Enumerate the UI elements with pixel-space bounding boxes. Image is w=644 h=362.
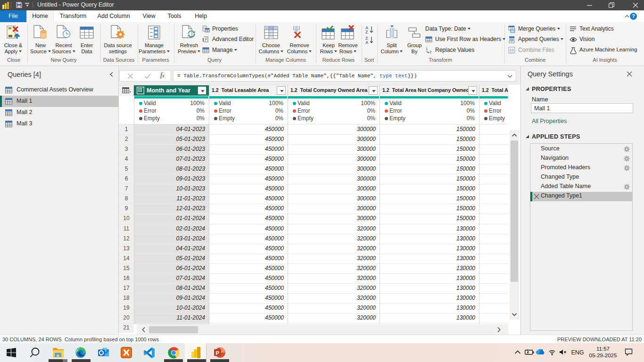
svg-text:2: 2 [429, 50, 432, 54]
svg-text:A: A [365, 40, 368, 44]
svg-text:Z: Z [365, 30, 368, 34]
svg-text:P: P [216, 350, 219, 356]
svg-text:1: 1 [426, 47, 428, 51]
